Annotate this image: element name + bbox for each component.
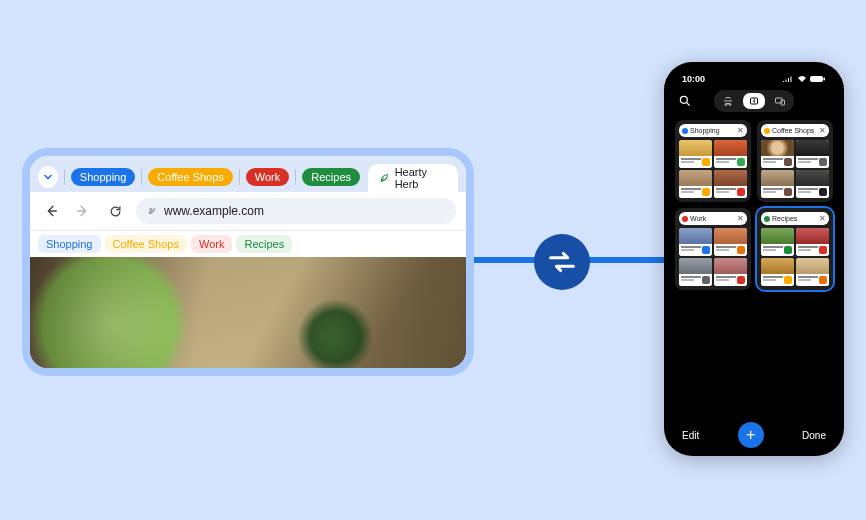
tab-favicon-badge	[784, 246, 792, 254]
segment-tab-groups[interactable]: 4	[743, 93, 765, 109]
tab-group-header: Shopping✕	[679, 124, 747, 137]
tab-tile[interactable]	[714, 140, 747, 168]
tab-switcher-toolbar: 4	[672, 90, 836, 118]
active-tab[interactable]: Hearty Herb	[368, 164, 458, 192]
sync-icon-badge	[534, 234, 590, 290]
tab-tile[interactable]	[679, 258, 712, 286]
sync-arrows-icon	[545, 245, 579, 279]
tab-switcher-bottom-bar: Edit + Done	[672, 416, 836, 448]
group-tiles	[679, 228, 747, 286]
tab-tile[interactable]	[796, 258, 829, 286]
svg-point-1	[149, 212, 151, 214]
close-group-button[interactable]: ✕	[737, 214, 744, 223]
tab-group-chip: Work	[246, 168, 289, 186]
tab-thumbnail	[761, 170, 794, 186]
close-group-button[interactable]: ✕	[819, 214, 826, 223]
tab-tile[interactable]	[679, 228, 712, 256]
status-time: 10:00	[682, 74, 705, 84]
wifi-icon	[797, 75, 807, 83]
tab-tile[interactable]	[761, 258, 794, 286]
tab-group-header: Coffee Shops✕	[761, 124, 829, 137]
done-button[interactable]: Done	[802, 430, 826, 441]
tab-favicon-badge	[737, 246, 745, 254]
tab-tile[interactable]	[761, 228, 794, 256]
tab-favicon-badge	[702, 276, 710, 284]
close-group-button[interactable]: ✕	[737, 126, 744, 135]
bookmark-item[interactable]: Work	[191, 235, 232, 253]
new-tab-button[interactable]: +	[738, 422, 764, 448]
segment-incognito[interactable]	[717, 93, 739, 109]
bookmark-item[interactable]: Shopping	[38, 235, 101, 253]
tab-group-card[interactable]: Recipes✕	[757, 208, 833, 290]
tab-group-card[interactable]: Work✕	[675, 208, 751, 290]
tab-tile[interactable]	[679, 170, 712, 198]
group-label: Recipes	[770, 215, 819, 222]
close-group-button[interactable]: ✕	[819, 126, 826, 135]
tab-group-header: Recipes✕	[761, 212, 829, 225]
chevron-down-icon	[43, 172, 53, 182]
edit-button[interactable]: Edit	[682, 430, 699, 441]
tab-tile[interactable]	[796, 140, 829, 168]
forward-button[interactable]	[72, 200, 94, 222]
tab-tile[interactable]	[679, 140, 712, 168]
separator	[295, 169, 296, 185]
tab-group-chip: Recipes	[302, 168, 360, 186]
incognito-icon	[722, 96, 734, 106]
tab-tile[interactable]	[761, 140, 794, 168]
tab-thumbnail	[714, 140, 747, 156]
tab-tile[interactable]	[714, 170, 747, 198]
tab-favicon-badge	[819, 158, 827, 166]
separator	[239, 169, 240, 185]
search-icon[interactable]	[678, 94, 692, 108]
segment-other-devices[interactable]	[769, 93, 791, 109]
tab-favicon-badge	[737, 188, 745, 196]
tab-tile[interactable]	[761, 170, 794, 198]
arrow-right-icon	[75, 203, 91, 219]
url-text: www.example.com	[164, 204, 264, 218]
tab-favicon-badge	[737, 158, 745, 166]
arrow-left-icon	[43, 203, 59, 219]
reload-icon	[108, 204, 123, 219]
tab-group[interactable]: Coffee Shops	[148, 168, 232, 186]
tab-favicon-badge	[702, 158, 710, 166]
svg-rect-3	[824, 78, 826, 81]
reload-button[interactable]	[104, 200, 126, 222]
tab-tile[interactable]	[796, 228, 829, 256]
bookmark-item[interactable]: Recipes	[236, 235, 292, 253]
tab-thumbnail	[714, 170, 747, 186]
group-label: Shopping	[688, 127, 737, 134]
tab-favicon-badge	[819, 188, 827, 196]
tab-thumbnail	[714, 258, 747, 274]
tab-tile[interactable]	[796, 170, 829, 198]
address-bar[interactable]: www.example.com	[136, 198, 456, 224]
group-tiles	[761, 140, 829, 198]
group-tiles	[761, 228, 829, 286]
tab-group[interactable]: Shopping	[71, 168, 136, 186]
tab-group[interactable]: Work	[246, 168, 289, 186]
tab-switcher-segments: 4	[714, 90, 794, 112]
tab-groups-icon: 4	[748, 96, 760, 106]
tab-thumbnail	[761, 258, 794, 274]
status-bar: 10:00	[672, 72, 836, 90]
devices-icon	[774, 96, 786, 106]
group-label: Work	[688, 215, 737, 222]
tab-tile[interactable]	[714, 228, 747, 256]
phone-frame: 10:00 4 Shopping✕Coffee Shops✕Work✕Recip…	[664, 62, 844, 456]
bookmark-item[interactable]: Coffee Shops	[105, 235, 187, 253]
tab-group-card[interactable]: Shopping✕	[675, 120, 751, 202]
tab-favicon-badge	[819, 246, 827, 254]
bookmarks-bar: ShoppingCoffee ShopsWorkRecipes	[30, 231, 466, 257]
separator	[141, 169, 142, 185]
tab-group-chip: Shopping	[71, 168, 136, 186]
tab-group-chip: Coffee Shops	[148, 168, 232, 186]
tab-tile[interactable]	[714, 258, 747, 286]
back-button[interactable]	[40, 200, 62, 222]
tab-thumbnail	[761, 228, 794, 244]
tab-thumbnail	[679, 170, 712, 186]
tab-search-button[interactable]	[38, 166, 58, 188]
tab-thumbnail	[796, 170, 829, 186]
page-hero-image	[30, 257, 466, 368]
tab-favicon-badge	[737, 276, 745, 284]
tab-group-card[interactable]: Coffee Shops✕	[757, 120, 833, 202]
tab-group[interactable]: Recipes	[302, 168, 360, 186]
